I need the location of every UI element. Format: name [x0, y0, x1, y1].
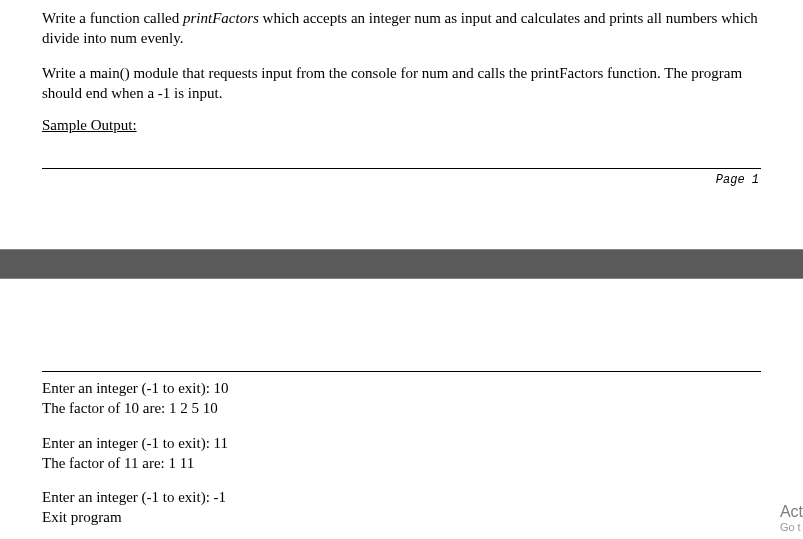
output-line: The factor of 10 are: 1 2 5 10 — [42, 398, 761, 418]
windows-activation-watermark: Act Go t — [780, 503, 803, 533]
page-header-rule — [42, 371, 761, 372]
output-line: Enter an integer (-1 to exit): 11 — [42, 433, 761, 453]
page-footer-rule — [42, 168, 761, 169]
output-line: Exit program — [42, 507, 761, 527]
page-1: Write a function called printFactors whi… — [0, 0, 803, 187]
sample-output-heading: Sample Output: — [42, 117, 137, 134]
output-line: Enter an integer (-1 to exit): 10 — [42, 378, 761, 398]
problem-paragraph-2: Write a main() module that requests inpu… — [42, 63, 761, 104]
sample-output-block-2: Enter an integer (-1 to exit): 11 The fa… — [42, 433, 761, 474]
page-2: Enter an integer (-1 to exit): 10 The fa… — [0, 371, 803, 528]
output-line: Enter an integer (-1 to exit): -1 — [42, 487, 761, 507]
watermark-title: Act — [780, 503, 803, 521]
para1-pre: Write a function called — [42, 10, 183, 26]
problem-paragraph-1: Write a function called printFactors whi… — [42, 8, 761, 49]
function-name: printFactors — [183, 10, 259, 26]
sample-output-block-1: Enter an integer (-1 to exit): 10 The fa… — [42, 378, 761, 419]
sample-output-block-3: Enter an integer (-1 to exit): -1 Exit p… — [42, 487, 761, 528]
page-number: Page 1 — [42, 173, 761, 187]
output-line: The factor of 11 are: 1 11 — [42, 453, 761, 473]
page-divider-bar — [0, 249, 803, 279]
page-gap-top — [0, 187, 803, 249]
page-gap-bottom — [0, 279, 803, 371]
watermark-subtitle: Go t — [780, 521, 803, 533]
